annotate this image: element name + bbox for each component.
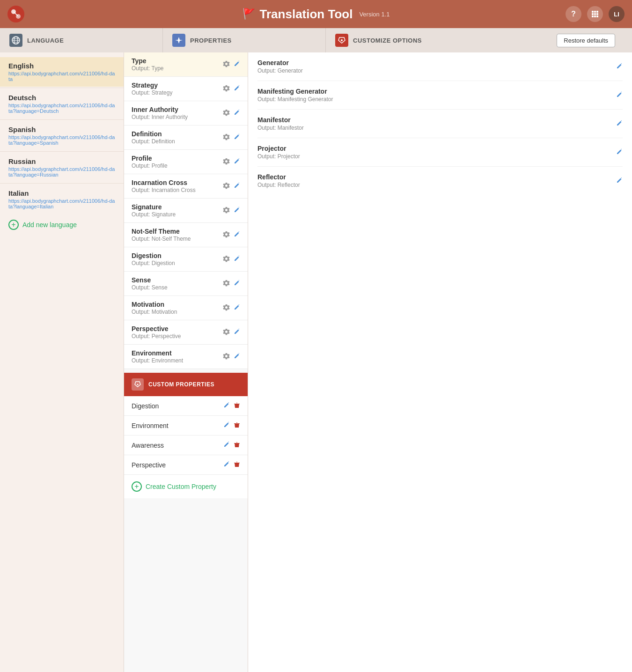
language-section-label: LANGUAGE xyxy=(27,37,64,44)
translation-icon: 🚩 xyxy=(243,8,255,20)
property-output: Output: Environment xyxy=(132,357,223,364)
create-custom-label: Create Custom Property xyxy=(146,483,216,490)
customize-option-edit-icon[interactable] xyxy=(616,120,623,128)
language-item-russian[interactable]: Russian https://api.bodygraphchart.com/v… xyxy=(0,153,124,182)
property-edit-icon[interactable] xyxy=(234,231,240,239)
section-bar: LANGUAGE PROPERTIES CUSTOMIZE OPTIONS Re… xyxy=(0,28,632,52)
language-item-spanish[interactable]: Spanish https://api.bodygraphchart.com/v… xyxy=(0,121,124,150)
svg-rect-10 xyxy=(594,15,596,17)
property-edit-icon[interactable] xyxy=(234,109,240,117)
customize-option-name: Manifestor xyxy=(257,116,616,124)
property-edit-icon[interactable] xyxy=(234,60,240,68)
property-edit-icon[interactable] xyxy=(234,304,240,312)
property-gear-icon[interactable] xyxy=(223,328,230,337)
restore-defaults-button[interactable]: Restore defaults xyxy=(557,34,615,47)
customize-option-output: Output: Manifesting Generator xyxy=(257,96,616,103)
property-item: Strategy Output: Strategy xyxy=(124,77,248,101)
language-name: Russian xyxy=(8,157,115,165)
property-item: Sense Output: Sense xyxy=(124,272,248,296)
property-edit-icon[interactable] xyxy=(234,85,240,93)
customize-section-label: CUSTOMIZE OPTIONS xyxy=(353,37,422,44)
property-gear-icon[interactable] xyxy=(223,304,230,312)
language-section-icon xyxy=(9,34,22,47)
custom-property-delete-icon[interactable] xyxy=(234,461,240,469)
custom-property-delete-icon[interactable] xyxy=(234,441,240,449)
property-output: Output: Strategy xyxy=(132,89,223,96)
language-panel: English https://api.bodygraphchart.com/v… xyxy=(0,52,124,672)
language-name: Italian xyxy=(8,189,115,197)
app-version: Version 1.1 xyxy=(359,11,389,18)
property-item: Type Output: Type xyxy=(124,52,248,77)
property-name: Profile xyxy=(132,155,223,162)
customize-option-output: Output: Projector xyxy=(257,153,616,160)
customize-panel: Generator Output: Generator Manifesting … xyxy=(248,52,632,672)
grid-button[interactable] xyxy=(587,6,603,22)
svg-rect-11 xyxy=(596,15,598,17)
customize-option-output: Output: Generator xyxy=(257,67,616,74)
custom-property-item: Awareness xyxy=(124,436,248,455)
custom-property-edit-icon[interactable] xyxy=(223,402,230,410)
svg-point-17 xyxy=(341,39,343,41)
svg-rect-9 xyxy=(592,15,594,17)
property-name: Signature xyxy=(132,203,223,211)
main-content: English https://api.bodygraphchart.com/v… xyxy=(0,52,632,672)
custom-property-edit-icon[interactable] xyxy=(223,461,230,469)
app-title: Translation Tool xyxy=(260,7,353,22)
custom-properties-header: CUSTOM PROPERTIES xyxy=(124,373,248,396)
custom-properties-label: CUSTOM PROPERTIES xyxy=(148,381,214,388)
language-url: https://api.bodygraphchart.com/v211006/h… xyxy=(8,103,115,114)
custom-property-edit-icon[interactable] xyxy=(223,421,230,429)
property-name: Type xyxy=(132,57,223,65)
property-item: Incarnation Cross Output: Incarnation Cr… xyxy=(124,174,248,199)
create-custom-property-button[interactable]: + Create Custom Property xyxy=(124,475,248,498)
property-gear-icon[interactable] xyxy=(223,85,230,93)
property-edit-icon[interactable] xyxy=(234,353,240,361)
property-gear-icon[interactable] xyxy=(223,158,230,166)
customize-option-edit-icon[interactable] xyxy=(616,63,623,71)
property-edit-icon[interactable] xyxy=(234,182,240,190)
custom-property-delete-icon[interactable] xyxy=(234,402,240,410)
property-name: Environment xyxy=(132,349,223,357)
property-gear-icon[interactable] xyxy=(223,60,230,69)
properties-panel: Type Output: Type Strategy Output: Strat… xyxy=(124,52,248,672)
user-avatar[interactable]: LI xyxy=(609,6,625,22)
custom-property-delete-icon[interactable] xyxy=(234,421,240,429)
property-gear-icon[interactable] xyxy=(223,231,230,239)
language-item-deutsch[interactable]: Deutsch https://api.bodygraphchart.com/v… xyxy=(0,89,124,118)
create-custom-icon: + xyxy=(132,481,142,492)
property-gear-icon[interactable] xyxy=(223,353,230,361)
property-edit-icon[interactable] xyxy=(234,328,240,336)
customize-option-edit-icon[interactable] xyxy=(616,91,623,99)
properties-section-header: PROPERTIES xyxy=(163,28,326,52)
property-output: Output: Type xyxy=(132,65,223,72)
add-language-button[interactable]: + Add new language xyxy=(0,214,124,236)
customize-option-edit-icon[interactable] xyxy=(616,177,623,185)
svg-rect-8 xyxy=(596,13,598,15)
language-url: https://api.bodygraphchart.com/v211006/h… xyxy=(8,71,115,82)
property-edit-icon[interactable] xyxy=(234,133,240,141)
customize-option-edit-icon[interactable] xyxy=(616,148,623,156)
property-item: Inner Authority Output: Inner Authority xyxy=(124,101,248,126)
property-output: Output: Profile xyxy=(132,162,223,169)
property-gear-icon[interactable] xyxy=(223,182,230,191)
language-section-header: LANGUAGE xyxy=(0,28,163,52)
property-gear-icon[interactable] xyxy=(223,133,230,142)
customize-option-output: Output: Reflector xyxy=(257,182,616,188)
help-button[interactable]: ? xyxy=(566,6,581,22)
property-gear-icon[interactable] xyxy=(223,280,230,288)
language-item-english[interactable]: English https://api.bodygraphchart.com/v… xyxy=(0,57,124,87)
property-output: Output: Inner Authority xyxy=(132,114,223,120)
property-gear-icon[interactable] xyxy=(223,255,230,264)
property-edit-icon[interactable] xyxy=(234,280,240,288)
add-language-label: Add new language xyxy=(22,221,77,229)
property-edit-icon[interactable] xyxy=(234,255,240,263)
language-item-italian[interactable]: Italian https://api.bodygraphchart.com/v… xyxy=(0,185,124,214)
property-edit-icon[interactable] xyxy=(234,207,240,214)
property-gear-icon[interactable] xyxy=(223,109,230,118)
custom-property-edit-icon[interactable] xyxy=(223,441,230,449)
svg-rect-5 xyxy=(596,11,598,13)
property-gear-icon[interactable] xyxy=(223,207,230,215)
property-output: Output: Incarnation Cross xyxy=(132,187,223,193)
property-edit-icon[interactable] xyxy=(234,158,240,166)
property-item: Profile Output: Profile xyxy=(124,150,248,174)
